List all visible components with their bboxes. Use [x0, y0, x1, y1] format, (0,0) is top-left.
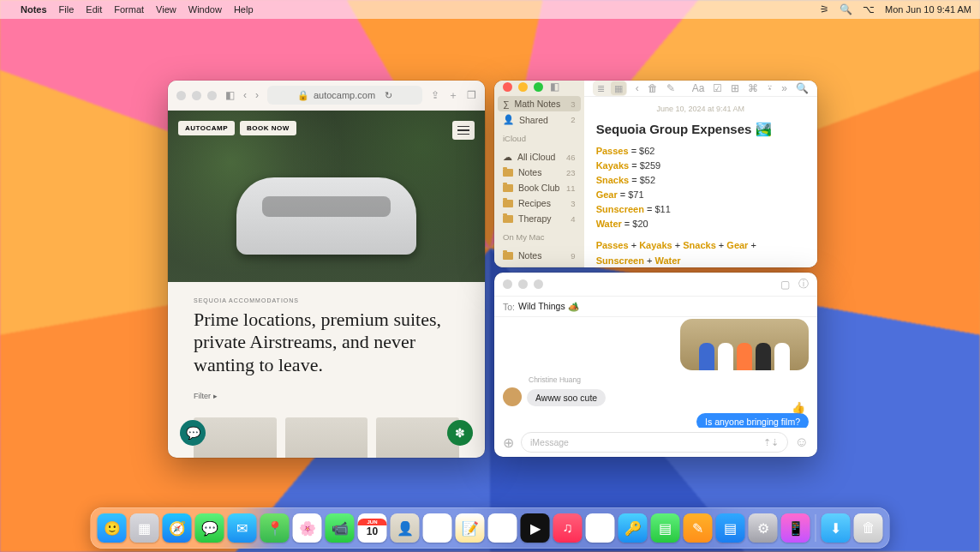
forward-button[interactable]: › — [255, 89, 259, 101]
more-icon[interactable]: » — [781, 82, 787, 94]
sidebar-icon[interactable]: ◧ — [550, 81, 559, 93]
dock-freeform[interactable]: ✎ — [488, 513, 517, 543]
dock-iphone-mirroring[interactable]: 📱 — [781, 513, 810, 543]
notes-editor: ≣ ▦ ‹ 🗑 ✎ Aa ☑︎ ⊞ ⌘ ⍣ » 🔍 June 10, 2024 … — [584, 81, 817, 267]
menu-help[interactable]: Help — [234, 4, 254, 15]
dock-mail[interactable]: ✉︎ — [228, 513, 257, 543]
dock-facetime[interactable]: 📹 — [326, 513, 355, 543]
expense-line: Sunscreen = $11 — [596, 202, 805, 217]
dock-maps[interactable]: 📍 — [260, 513, 290, 543]
dock-pages[interactable]: ✎ — [684, 513, 713, 543]
expense-line: Kayaks = $259 — [596, 159, 805, 173]
view-mode-segment[interactable]: ≣ ▦ — [593, 81, 627, 96]
book-now-button[interactable]: BOOK NOW — [240, 121, 296, 135]
dock-contacts[interactable]: 👤 — [391, 513, 420, 543]
dock-safari[interactable]: 🧭 — [163, 513, 192, 543]
wifi-icon[interactable]: ⚞ — [820, 3, 829, 15]
dock-news[interactable]: N — [586, 513, 615, 543]
hamburger-menu[interactable] — [452, 121, 475, 140]
thumb-1[interactable] — [194, 417, 277, 458]
dock-trash[interactable]: 🗑 — [854, 513, 883, 543]
site-logo[interactable]: AUTOCAMP — [178, 121, 235, 135]
menu-view[interactable]: View — [156, 4, 176, 15]
sender-1: Christine Huang — [529, 375, 809, 384]
thumb-2[interactable] — [285, 417, 368, 458]
link-icon[interactable]: ⌘ — [748, 82, 758, 94]
icloud-header: iCloud — [494, 131, 584, 146]
safari-traffic-lights[interactable] — [176, 91, 217, 100]
dock-settings[interactable]: ⚙︎ — [749, 513, 778, 543]
new-tab-icon[interactable]: ＋ — [448, 88, 458, 103]
notes-sidebar: ◧ ∑ Math Notes 3 👤 Shared 2 iCloud ☁︎All… — [494, 81, 584, 267]
share-icon[interactable]: ⇪ — [431, 89, 439, 101]
filter-button[interactable]: Filter ▸ — [194, 392, 459, 400]
list-view-icon[interactable]: ≣ — [594, 81, 609, 95]
note-body[interactable]: June 10, 2024 at 9:41 AM Sequoia Group E… — [584, 97, 817, 267]
sidebar-item-local-notes[interactable]: Notes9 — [494, 248, 584, 263]
avatar-1[interactable] — [503, 387, 522, 406]
tapback-icon[interactable]: 👍 — [792, 401, 805, 414]
address-bar[interactable]: 🔒 autocamp.com ↻ — [267, 86, 422, 105]
dock-tv[interactable]: ▶︎ — [521, 513, 550, 543]
dock-notes[interactable]: 📝 — [456, 513, 485, 543]
back-icon[interactable]: ‹ — [636, 82, 639, 94]
dock-downloads[interactable]: ⬇︎ — [822, 513, 851, 543]
tabs-icon[interactable]: ❐ — [467, 89, 476, 101]
dock-numbers[interactable]: ▤ — [651, 513, 680, 543]
back-button[interactable]: ‹ — [243, 89, 247, 101]
safari-window: ◧ ‹ › 🔒 autocamp.com ↻ ⇪ ＋ ❐ AUTOCAMP BO… — [168, 81, 485, 458]
apps-icon[interactable]: ⊕ — [503, 435, 514, 451]
menu-file[interactable]: File — [59, 4, 75, 15]
shared-photo[interactable] — [680, 319, 809, 370]
emoji-icon[interactable]: ☺︎ — [795, 435, 809, 450]
accessibility-fab[interactable]: ✽ — [447, 420, 473, 446]
dock-photos[interactable]: 🌸 — [293, 513, 322, 543]
dock-launchpad[interactable]: ▦ — [130, 513, 159, 543]
search-icon[interactable]: 🔍 — [796, 82, 809, 94]
dock-messages[interactable]: 💬 — [195, 513, 224, 543]
sidebar-item-book-club[interactable]: Book Club11 — [494, 180, 584, 195]
dock-calendar[interactable]: JUN10 — [358, 513, 387, 543]
menu-format[interactable]: Format — [114, 4, 144, 15]
clock[interactable]: Mon Jun 10 9:41 AM — [885, 4, 971, 15]
media-icon[interactable]: ⍣ — [767, 82, 773, 94]
search-icon[interactable]: 🔍 — [840, 3, 852, 15]
expense-line: Water = $20 — [596, 217, 805, 231]
chat-fab[interactable]: 💬 — [180, 420, 206, 446]
dock-keynote[interactable]: ▤ — [716, 513, 745, 543]
table-icon[interactable]: ⊞ — [731, 82, 739, 94]
trash-icon[interactable]: 🗑 — [648, 82, 658, 94]
sidebar-item-notes[interactable]: Notes23 — [494, 165, 584, 180]
control-center-icon[interactable]: ⌥ — [863, 3, 875, 15]
facetime-video-icon[interactable]: ▢ — [780, 279, 790, 291]
grid-view-icon[interactable]: ▦ — [611, 81, 626, 95]
sidebar-toggle-icon[interactable]: ◧ — [225, 89, 235, 101]
to-field[interactable]: To: Wild Things 🏕️ — [494, 297, 817, 317]
messages-traffic-lights[interactable] — [503, 279, 543, 289]
dock-passwords[interactable]: 🔑 — [618, 513, 648, 543]
reload-icon[interactable]: ↻ — [385, 90, 392, 101]
menu-window[interactable]: Window — [188, 4, 222, 15]
notes-traffic-lights[interactable] — [503, 82, 543, 92]
sidebar-item-shared[interactable]: 👤 Shared 2 — [494, 111, 584, 128]
audio-wave-icon[interactable]: ⇡⇣ — [763, 437, 779, 447]
sidebar-item-therapy[interactable]: Therapy4 — [494, 211, 584, 226]
sidebar-item-recipes[interactable]: Recipes3 — [494, 195, 584, 211]
app-menu[interactable]: Notes — [21, 4, 47, 15]
outgoing-bubble[interactable]: Is anyone bringing film? — [696, 413, 809, 428]
sidebar-item-math-notes[interactable]: ∑ Math Notes 3 — [498, 96, 581, 111]
dock-finder[interactable]: 🙂 — [98, 513, 127, 543]
to-value: Wild Things 🏕️ — [518, 301, 579, 312]
format-icon[interactable]: Aa — [692, 82, 705, 94]
checklist-icon[interactable]: ☑︎ — [713, 82, 722, 94]
dock-music[interactable]: ♫ — [553, 513, 583, 543]
compose-icon[interactable]: ✎ — [666, 82, 675, 94]
info-icon[interactable]: ⓘ — [798, 277, 809, 291]
thumb-3[interactable] — [376, 417, 459, 458]
sidebar-item-all-icloud[interactable]: ☁︎All iCloud46 — [494, 149, 584, 165]
new-folder-button[interactable]: ⊕ New Folder — [494, 267, 584, 267]
message-input[interactable]: iMessage ⇡⇣ — [521, 432, 788, 453]
dock-reminders[interactable]: ☰ — [423, 513, 452, 543]
incoming-bubble-1[interactable]: Awww soo cute — [527, 389, 606, 406]
menu-edit[interactable]: Edit — [86, 4, 102, 15]
